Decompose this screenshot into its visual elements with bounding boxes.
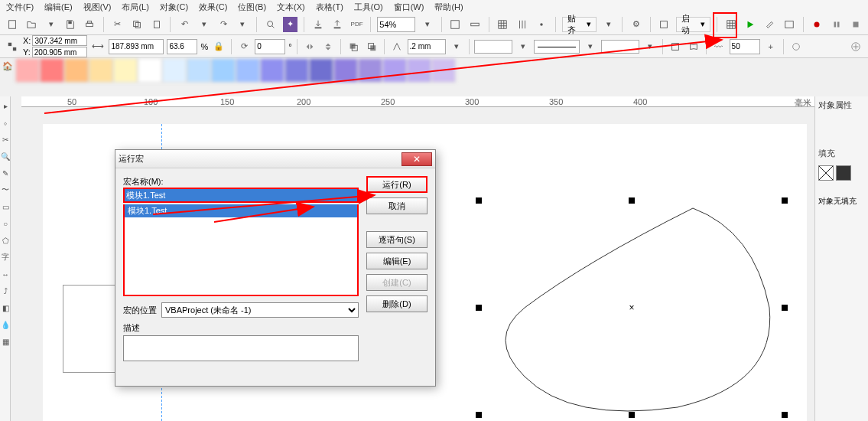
dropdown-icon[interactable]: ▾ <box>236 17 250 32</box>
step-button[interactable]: 逐语句(S) <box>366 231 427 248</box>
outline-width-input[interactable] <box>408 39 446 54</box>
selection-handle[interactable] <box>782 412 788 418</box>
color-swatch[interactable] <box>64 58 89 83</box>
color-swatch[interactable] <box>113 58 138 83</box>
menu-view[interactable]: 视图(V) <box>83 2 112 12</box>
copy-button[interactable] <box>130 17 145 32</box>
guideline-button[interactable] <box>515 17 529 32</box>
launch-dropdown[interactable]: 启动▾ <box>676 17 710 32</box>
mirror-h-button[interactable] <box>302 39 317 54</box>
menu-help[interactable]: 帮助(H) <box>434 2 463 12</box>
smoothness-input[interactable] <box>730 39 760 54</box>
zoom-select[interactable] <box>377 17 415 32</box>
color-swatch[interactable] <box>40 58 64 83</box>
macro-manager-button[interactable] <box>782 17 796 32</box>
selection-handle[interactable] <box>629 197 635 204</box>
macro-list-item[interactable]: 模块1.Test <box>125 204 357 217</box>
dropdown-icon[interactable]: ▾ <box>420 17 434 32</box>
color-swatch[interactable] <box>431 58 456 83</box>
convert-button[interactable] <box>788 39 804 54</box>
zoom-tool[interactable]: 🔍 <box>0 148 11 164</box>
selection-handle[interactable] <box>629 412 635 418</box>
menu-object[interactable]: 对象(C) <box>160 2 188 12</box>
scale-input[interactable] <box>167 39 197 54</box>
order-back-button[interactable] <box>364 39 379 54</box>
connector-tool[interactable]: ⤴ <box>0 283 11 299</box>
color-swatch[interactable] <box>382 58 407 83</box>
wrap-text-button[interactable] <box>668 39 683 54</box>
dash-style-select[interactable] <box>534 40 580 54</box>
selected-shape[interactable]: × <box>479 201 785 415</box>
crop-tool[interactable]: ✂ <box>0 132 11 147</box>
selection-handle[interactable] <box>476 412 482 418</box>
home-icon[interactable]: 🏠 <box>0 58 15 73</box>
lock-ratio-button[interactable]: 🔒 <box>211 39 226 54</box>
delete-button[interactable]: 删除(D) <box>366 295 427 312</box>
cancel-button[interactable]: 取消 <box>366 197 427 214</box>
selection-handle[interactable] <box>782 197 788 204</box>
cut-button[interactable]: ✂ <box>110 17 125 32</box>
color-swatch[interactable] <box>284 58 309 83</box>
close-button[interactable]: ✕ <box>401 152 432 166</box>
effects-tool[interactable]: ◧ <box>0 300 11 315</box>
rectangle-tool[interactable]: ▭ <box>0 199 11 214</box>
effects-icon[interactable]: ✦ <box>283 17 297 32</box>
color-swatch[interactable] <box>333 58 358 83</box>
menu-text[interactable]: 文本(X) <box>277 2 305 12</box>
dropdown-icon[interactable]: ▾ <box>515 39 531 54</box>
color-swatch[interactable] <box>138 58 162 83</box>
eyedropper-tool[interactable]: 💧 <box>0 317 11 332</box>
menu-edit[interactable]: 编辑(E) <box>44 2 73 12</box>
text-tool[interactable]: 字 <box>0 250 11 265</box>
no-fill-swatch[interactable] <box>818 165 834 181</box>
edit-macro-button[interactable] <box>762 17 777 32</box>
undo-button[interactable]: ↶ <box>177 17 191 32</box>
dimension-tool[interactable]: ↔ <box>0 266 11 282</box>
menu-effects[interactable]: 效果(C) <box>199 2 227 12</box>
color-swatch[interactable] <box>309 58 333 83</box>
selection-handle[interactable] <box>782 305 788 311</box>
edit-button[interactable]: 编辑(E) <box>366 253 427 269</box>
polygon-tool[interactable]: ⬠ <box>0 233 11 248</box>
selection-center[interactable]: × <box>628 304 636 312</box>
ruler-button[interactable] <box>467 17 482 32</box>
fill-tool[interactable]: ▦ <box>0 334 11 349</box>
line-style-select[interactable] <box>474 40 512 54</box>
run-button[interactable]: 运行(R) <box>366 176 427 193</box>
save-button[interactable] <box>63 17 77 32</box>
dropdown-icon[interactable]: ▾ <box>449 39 464 54</box>
color-swatch[interactable] <box>358 58 382 83</box>
dropdown-icon[interactable]: ▾ <box>197 17 211 32</box>
color-swatch[interactable] <box>211 58 236 83</box>
new-button[interactable] <box>5 17 19 32</box>
width-input[interactable] <box>109 39 164 54</box>
print-button[interactable] <box>83 17 97 32</box>
dropdown-icon[interactable]: ▾ <box>44 17 58 32</box>
shape-tool[interactable]: ⬨ <box>0 115 11 130</box>
macro-list[interactable]: 模块1.Test <box>123 204 359 296</box>
macro-name-input[interactable] <box>123 188 359 203</box>
dropdown-icon[interactable]: ▾ <box>642 39 658 54</box>
spinner-up[interactable]: + <box>763 39 779 54</box>
menu-file[interactable]: 文件(F) <box>6 2 34 12</box>
menu-tools[interactable]: 工具(O) <box>354 2 383 12</box>
color-swatch[interactable] <box>187 58 211 83</box>
curve-tool[interactable]: 〜 <box>0 182 11 197</box>
snap-dropdown[interactable]: 贴齐▾ <box>562 17 597 32</box>
paste-button[interactable] <box>149 17 164 32</box>
menu-window[interactable]: 窗口(W) <box>394 2 424 12</box>
record-button[interactable] <box>810 17 824 32</box>
export-button[interactable] <box>330 17 344 32</box>
order-front-button[interactable] <box>346 39 361 54</box>
dropdown-icon[interactable]: ▾ <box>583 39 598 54</box>
x-input[interactable] <box>32 35 87 46</box>
snap-button[interactable] <box>534 17 548 32</box>
color-swatch[interactable] <box>260 58 284 83</box>
menu-table[interactable]: 表格(T) <box>316 2 343 12</box>
redo-button[interactable]: ↷ <box>216 17 230 32</box>
macro-location-select[interactable]: VBAProject (未命名 -1) <box>161 302 359 318</box>
import-button[interactable] <box>310 17 325 32</box>
color-swatch[interactable] <box>162 58 187 83</box>
options-button[interactable]: ⚙ <box>629 17 643 32</box>
menu-layout[interactable]: 布局(L) <box>122 2 148 12</box>
